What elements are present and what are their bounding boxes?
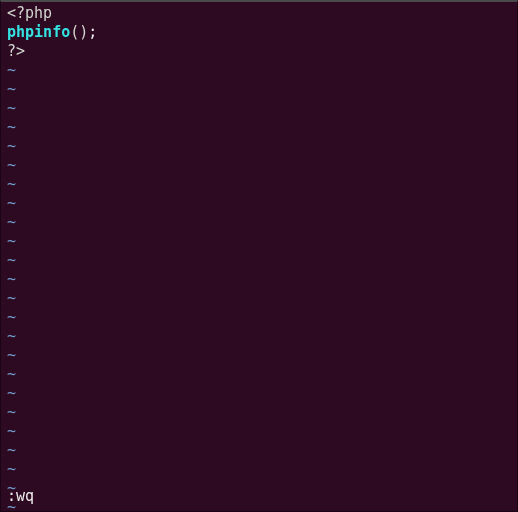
empty-line-tilde: ~ (7, 479, 517, 498)
empty-line-tilde: ~ (7, 308, 517, 327)
empty-line-tilde: ~ (7, 213, 517, 232)
empty-line-tilde: ~ (7, 270, 517, 289)
empty-line-tilde: ~ (7, 232, 517, 251)
empty-line-tilde: ~ (7, 194, 517, 213)
function-name: phpinfo (7, 23, 70, 41)
empty-line-tilde: ~ (7, 61, 517, 80)
php-close-tag: ?> (7, 42, 25, 60)
vim-command-line[interactable]: :wq (7, 487, 34, 506)
code-line: phpinfo(); (7, 23, 517, 42)
php-open-tag: <?php (7, 4, 52, 22)
empty-line-tilde: ~ (7, 327, 517, 346)
empty-line-tilde: ~ (7, 137, 517, 156)
code-line: ?> (7, 42, 517, 61)
parentheses: () (70, 23, 88, 41)
empty-line-tilde: ~ (7, 384, 517, 403)
code-line: <?php (7, 4, 517, 23)
empty-line-tilde: ~ (7, 289, 517, 308)
empty-line-tilde: ~ (7, 99, 517, 118)
semicolon: ; (88, 23, 97, 41)
empty-line-tilde: ~ (7, 498, 517, 512)
empty-line-tilde: ~ (7, 118, 517, 137)
empty-line-tilde: ~ (7, 365, 517, 384)
empty-line-tilde: ~ (7, 441, 517, 460)
empty-line-tilde: ~ (7, 422, 517, 441)
empty-line-tilde: ~ (7, 403, 517, 422)
empty-line-tilde: ~ (7, 460, 517, 479)
empty-line-tilde: ~ (7, 80, 517, 99)
empty-line-tilde: ~ (7, 346, 517, 365)
empty-line-tilde: ~ (7, 175, 517, 194)
empty-line-tilde: ~ (7, 156, 517, 175)
empty-line-tilde: ~ (7, 251, 517, 270)
editor-area[interactable]: <?php phpinfo(); ?> ~~~~~~~~~~~~~~~~~~~~… (1, 2, 517, 512)
